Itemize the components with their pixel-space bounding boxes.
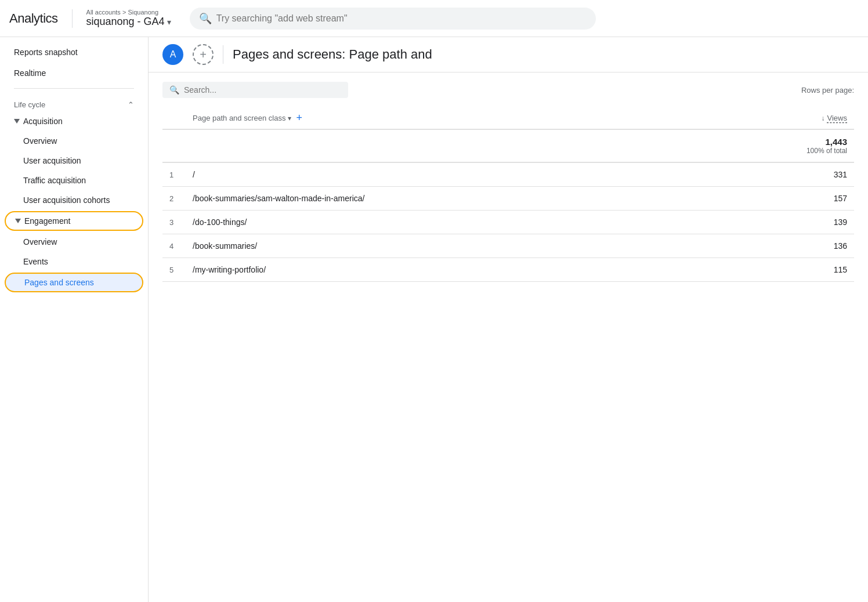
sort-down-icon: ↓ (822, 114, 825, 122)
row-views-3: 139 (703, 211, 854, 234)
page-title: Pages and screens: Page path and (233, 47, 432, 62)
row-views-4: 136 (703, 234, 854, 258)
sidebar-item-pages-and-screens[interactable]: Pages and screens (5, 273, 143, 292)
path-col-header[interactable]: Page path and screen class ▾ + (186, 107, 703, 129)
lifecycle-collapse-icon: ⌃ (128, 100, 134, 109)
totals-label-cell (186, 129, 703, 162)
table-area: 🔍 Rows per page: Page path and screen cl… (149, 72, 868, 602)
table-row: 1 / 331 (162, 162, 854, 187)
sidebar-divider (14, 88, 134, 89)
total-percent: 100% of total (710, 147, 847, 155)
total-views-value: 1,443 (710, 137, 847, 147)
content-header: A + Pages and screens: Page path and (149, 37, 868, 72)
add-comparison-button[interactable]: + (193, 44, 214, 65)
views-col-header[interactable]: ↓ Views (703, 107, 854, 129)
account-dropdown-arrow: ▾ (167, 17, 171, 27)
totals-views-cell: 1,443 100% of total (703, 129, 854, 162)
sidebar-group-engagement[interactable]: Engagement (5, 211, 143, 231)
table-controls: 🔍 Rows per page: (162, 82, 854, 98)
global-search-input[interactable] (216, 13, 587, 24)
sidebar-item-traffic-acquisition[interactable]: Traffic acquisition (0, 171, 148, 190)
row-views-5: 115 (703, 258, 854, 282)
sidebar-item-events[interactable]: Events (0, 252, 148, 271)
row-path-1[interactable]: / (186, 162, 703, 187)
account-name: siquanong - GA4 ▾ (86, 16, 171, 28)
top-header: Analytics All accounts > Siquanong siqua… (0, 0, 868, 37)
sidebar-item-user-acquisition[interactable]: User acquisition (0, 151, 148, 171)
main-layout: Reports snapshot Realtime Life cycle ⌃ A… (0, 37, 868, 602)
sidebar-item-eng-overview[interactable]: Overview (0, 232, 148, 252)
global-search-bar[interactable]: 🔍 (190, 8, 596, 30)
lifecycle-section-header[interactable]: Life cycle ⌃ (0, 93, 148, 111)
row-rank-4: 4 (162, 234, 186, 258)
header-divider (72, 9, 73, 28)
row-path-3[interactable]: /do-100-things/ (186, 211, 703, 234)
rows-per-page-label: Rows per page: (801, 86, 854, 95)
sidebar-item-acq-overview[interactable]: Overview (0, 131, 148, 151)
path-col-dropdown-icon: ▾ (288, 114, 291, 122)
account-selector[interactable]: All accounts > Siquanong siquanong - GA4… (86, 9, 171, 28)
row-views-2: 157 (703, 187, 854, 211)
sidebar: Reports snapshot Realtime Life cycle ⌃ A… (0, 37, 149, 602)
acquisition-expand-icon (14, 119, 20, 124)
totals-row: 1,443 100% of total (162, 129, 854, 162)
path-col-sort-btn[interactable]: Page path and screen class ▾ + (193, 112, 696, 124)
comparison-segment-a[interactable]: A (162, 44, 183, 65)
row-path-2[interactable]: /book-summaries/sam-walton-made-in-ameri… (186, 187, 703, 211)
table-search-bar[interactable]: 🔍 (162, 82, 348, 98)
row-rank-1: 1 (162, 162, 186, 187)
table-header-row: Page path and screen class ▾ + ↓ Views (162, 107, 854, 129)
add-column-button[interactable]: + (294, 112, 305, 124)
row-path-5[interactable]: /my-writing-portfolio/ (186, 258, 703, 282)
account-path: All accounts > Siquanong (86, 9, 171, 16)
sidebar-item-reports-snapshot[interactable]: Reports snapshot (0, 42, 148, 63)
rank-col-header (162, 107, 186, 129)
sidebar-item-user-acquisition-cohorts[interactable]: User acquisition cohorts (0, 190, 148, 210)
row-rank-3: 3 (162, 211, 186, 234)
table-row: 4 /book-summaries/ 136 (162, 234, 854, 258)
row-rank-5: 5 (162, 258, 186, 282)
content-header-divider (223, 45, 223, 64)
totals-rank-cell (162, 129, 186, 162)
table-row: 2 /book-summaries/sam-walton-made-in-ame… (162, 187, 854, 211)
sidebar-group-acquisition[interactable]: Acquisition (0, 111, 148, 131)
engagement-expand-icon (15, 219, 21, 223)
table-row: 3 /do-100-things/ 139 (162, 211, 854, 234)
row-views-1: 331 (703, 162, 854, 187)
sidebar-item-realtime[interactable]: Realtime (0, 63, 148, 84)
table-search-input[interactable] (184, 85, 335, 95)
table-search-icon: 🔍 (169, 85, 179, 95)
table-row: 5 /my-writing-portfolio/ 115 (162, 258, 854, 282)
search-icon: 🔍 (199, 12, 212, 25)
app-title: Analytics (9, 11, 58, 26)
row-path-4[interactable]: /book-summaries/ (186, 234, 703, 258)
content-area: A + Pages and screens: Page path and 🔍 R… (149, 37, 868, 602)
data-table: Page path and screen class ▾ + ↓ Views (162, 107, 854, 282)
row-rank-2: 2 (162, 187, 186, 211)
